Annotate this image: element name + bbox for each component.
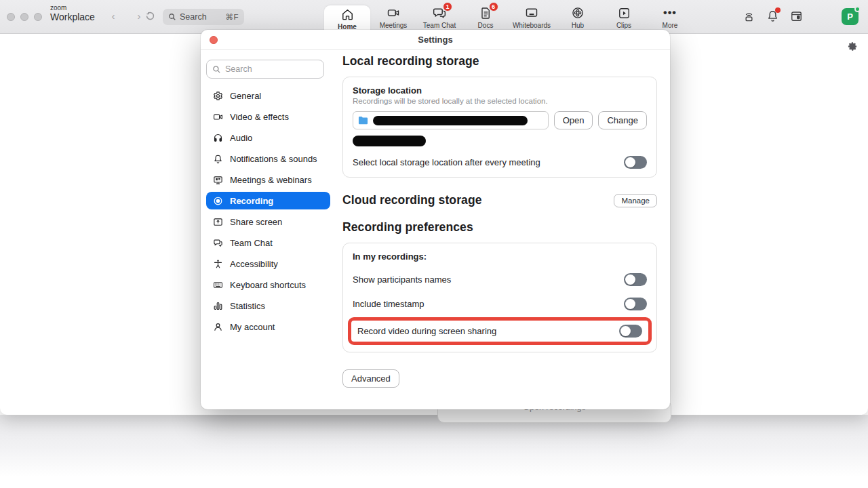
zoom-window-button[interactable] <box>34 13 42 21</box>
logo-workplace-text: Workplace <box>50 12 95 22</box>
redacted-storage-path <box>373 116 528 125</box>
toggle-knob <box>625 157 635 167</box>
tab-clips[interactable]: Clips <box>601 0 647 34</box>
search-shortcut: ⌘F <box>225 12 239 22</box>
open-button[interactable]: Open <box>554 111 593 129</box>
keyboard-icon <box>213 280 223 290</box>
close-dialog-button[interactable] <box>210 36 218 44</box>
record-video-during-sharing-toggle[interactable] <box>619 325 642 338</box>
global-search-input[interactable]: Search ⌘F <box>163 9 244 25</box>
record-icon <box>213 196 223 206</box>
home-icon <box>341 7 354 21</box>
cloud-recording-heading: Cloud recording storage <box>342 193 482 207</box>
toggle-knob <box>625 274 635 285</box>
screen: Open recordings zoom Workplace ‹ › Searc… <box>0 0 868 488</box>
more-icon: ••• <box>663 6 677 20</box>
avatar[interactable]: P <box>842 8 859 25</box>
sidebar-item-audio[interactable]: Audio <box>206 129 330 146</box>
camera-icon <box>213 112 223 122</box>
team-chat-icon: 1 <box>433 6 446 20</box>
headphones-icon <box>213 133 223 143</box>
sidebar-item-video-effects[interactable]: Video & effects <box>206 108 330 125</box>
meetings-icon <box>387 6 400 20</box>
share-screen-icon <box>213 217 223 227</box>
change-button[interactable]: Change <box>598 111 647 129</box>
toggle-knob <box>625 299 635 309</box>
minimize-window-button[interactable] <box>20 13 28 21</box>
tab-whiteboards[interactable]: Whiteboards <box>509 0 555 34</box>
calendar-icon[interactable] <box>790 9 803 22</box>
user-icon <box>213 322 223 332</box>
settings-gear-icon[interactable] <box>848 41 858 52</box>
app-toolbar: zoom Workplace ‹ › Search ⌘F Home <box>0 0 868 34</box>
storage-path-field[interactable] <box>353 111 549 129</box>
desktop-background <box>0 415 868 488</box>
tab-docs[interactable]: 6 Docs <box>462 0 509 34</box>
zoom-workplace-logo: zoom Workplace <box>50 5 95 22</box>
toggle-knob <box>620 326 631 336</box>
pref-row-show-participants: Show participants names <box>353 273 647 286</box>
sidebar-item-statistics[interactable]: Statistics <box>206 297 330 314</box>
select-location-label: Select local storage location after ever… <box>353 157 540 167</box>
gear-icon <box>213 91 223 101</box>
connect-device-icon[interactable] <box>743 9 755 22</box>
accessibility-person-icon <box>213 259 223 269</box>
forward-icon[interactable]: › <box>134 10 144 22</box>
whiteboards-icon <box>525 6 538 20</box>
dialog-title: Settings <box>418 35 452 45</box>
search-icon <box>212 65 221 74</box>
search-icon <box>168 13 176 21</box>
pref-row-include-timestamp: Include timestamp <box>353 298 647 310</box>
meeting-screen-icon <box>213 175 223 185</box>
sidebar-item-keyboard-shortcuts[interactable]: Keyboard shortcuts <box>206 276 330 293</box>
show-participants-toggle[interactable] <box>624 273 647 286</box>
chat-bubbles-icon <box>213 238 223 248</box>
bell-icon <box>213 154 223 164</box>
hub-icon <box>571 6 585 20</box>
settings-search-input[interactable] <box>225 64 318 74</box>
settings-dialog: Settings General Video & effects Audi <box>201 30 670 409</box>
recording-preferences-card: In my recordings: Show participants name… <box>342 243 657 352</box>
tab-more[interactable]: ••• More <box>647 0 693 34</box>
manage-button[interactable]: Manage <box>614 194 657 207</box>
presence-dot <box>854 6 861 12</box>
tab-meetings[interactable]: Meetings <box>370 0 416 34</box>
tab-team-chat[interactable]: 1 Team Chat <box>416 0 462 34</box>
clips-icon <box>618 6 631 20</box>
storage-location-title: Storage location <box>353 85 647 96</box>
advanced-button[interactable]: Advanced <box>342 369 399 388</box>
bar-chart-icon <box>213 301 223 311</box>
docs-badge: 6 <box>489 2 498 12</box>
main-tabs: Home Meetings 1 Team Chat 6 <box>324 0 693 34</box>
sidebar-item-accessibility[interactable]: Accessibility <box>206 255 330 272</box>
sidebar-item-my-account[interactable]: My account <box>206 318 330 336</box>
sidebar-item-team-chat[interactable]: Team Chat <box>206 234 330 251</box>
local-recording-heading: Local recording storage <box>342 54 657 68</box>
highlight-annotation-box: Record video during screen sharing <box>348 317 652 345</box>
sidebar-item-notifications[interactable]: Notifications & sounds <box>206 150 330 167</box>
history-icon[interactable] <box>145 11 155 21</box>
settings-search-field[interactable] <box>206 60 324 79</box>
search-placeholder: Search <box>180 12 207 22</box>
in-my-recordings-label: In my recordings: <box>353 251 647 262</box>
close-window-button[interactable] <box>7 13 15 21</box>
sidebar-item-meetings-webinars[interactable]: Meetings & webinars <box>206 171 330 188</box>
docs-icon: 6 <box>479 6 492 20</box>
sidebar-item-recording[interactable]: Recording <box>206 192 330 209</box>
pref-row-record-video-sharing: Record video during screen sharing <box>357 325 642 338</box>
back-icon[interactable]: ‹ <box>108 10 118 22</box>
settings-content: Local recording storage Storage location… <box>342 54 657 388</box>
window-controls <box>7 13 42 21</box>
notification-dot <box>775 7 781 13</box>
sidebar-item-general[interactable]: General <box>206 87 330 104</box>
sidebar-item-share-screen[interactable]: Share screen <box>206 213 330 230</box>
settings-dialog-header: Settings <box>201 30 670 50</box>
settings-nav-list: General Video & effects Audio Notificati… <box>206 87 330 339</box>
notifications-bell-icon[interactable] <box>766 9 779 22</box>
storage-location-description: Recordings will be stored locally at the… <box>353 97 647 105</box>
folder-icon <box>358 116 368 125</box>
tab-hub[interactable]: Hub <box>555 0 601 34</box>
select-location-toggle[interactable] <box>624 156 647 169</box>
include-timestamp-toggle[interactable] <box>624 298 647 310</box>
settings-sidebar: General Video & effects Audio Notificati… <box>206 60 330 339</box>
